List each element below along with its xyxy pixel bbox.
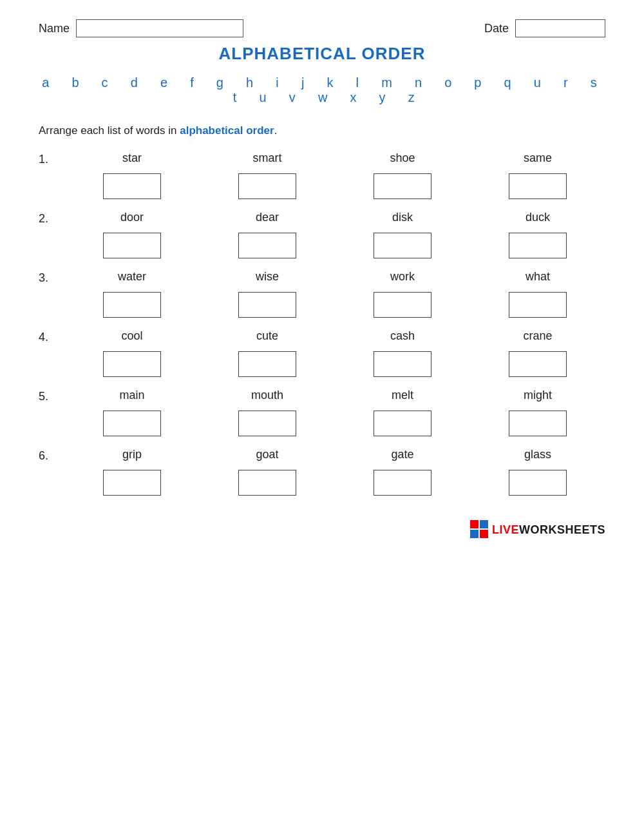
word-col: smart bbox=[200, 151, 335, 199]
word-col: wise bbox=[200, 270, 335, 318]
word-col: door bbox=[64, 211, 200, 258]
words-group: coolcutecashcrane bbox=[64, 329, 605, 377]
answer-input[interactable] bbox=[103, 351, 161, 377]
word-text: door bbox=[120, 211, 144, 229]
alphabet-row: a b c d e f g h i j k l m n o p q u r s … bbox=[39, 75, 605, 105]
word-text: same bbox=[524, 151, 552, 169]
word-text: wise bbox=[256, 270, 279, 288]
exercise-item: 2.doordeardiskduck bbox=[39, 211, 605, 258]
word-text: cool bbox=[121, 329, 142, 347]
word-text: crane bbox=[523, 329, 552, 347]
answer-input[interactable] bbox=[374, 411, 431, 436]
answer-input[interactable] bbox=[374, 173, 431, 199]
word-col: glass bbox=[470, 448, 605, 496]
logo-text: LIVEWORKSHEETS bbox=[492, 523, 605, 537]
answer-input[interactable] bbox=[238, 351, 296, 377]
word-text: melt bbox=[392, 389, 413, 407]
svg-rect-0 bbox=[470, 520, 478, 528]
instruction-end: . bbox=[274, 124, 278, 137]
answer-input[interactable] bbox=[103, 173, 161, 199]
answer-input[interactable] bbox=[103, 233, 161, 258]
word-text: duck bbox=[526, 211, 550, 229]
answer-input[interactable] bbox=[103, 411, 161, 436]
word-text: glass bbox=[524, 448, 551, 466]
header-row: Name Date bbox=[39, 19, 605, 37]
logo-squares bbox=[470, 520, 489, 539]
instruction-plain: Arrange each list of words in bbox=[39, 124, 180, 137]
answer-input[interactable] bbox=[509, 411, 567, 436]
answer-input[interactable] bbox=[238, 233, 296, 258]
answer-input[interactable] bbox=[238, 292, 296, 318]
word-col: cash bbox=[335, 329, 470, 377]
logo-live-text: LIVE bbox=[492, 523, 519, 536]
exercise-item: 6.gripgoatgateglass bbox=[39, 448, 605, 496]
exercise-item: 1.starsmartshoesame bbox=[39, 151, 605, 199]
word-text: main bbox=[119, 389, 144, 407]
footer: LIVEWORKSHEETS bbox=[39, 520, 605, 539]
word-col: star bbox=[64, 151, 200, 199]
word-text: cute bbox=[256, 329, 278, 347]
answer-input[interactable] bbox=[238, 411, 296, 436]
answer-input[interactable] bbox=[509, 470, 567, 496]
logo-icon bbox=[470, 520, 489, 539]
word-text: shoe bbox=[390, 151, 415, 169]
word-text: gate bbox=[391, 448, 413, 466]
answer-input[interactable] bbox=[509, 173, 567, 199]
word-col: melt bbox=[335, 389, 470, 436]
date-input[interactable] bbox=[515, 19, 605, 37]
word-text: mouth bbox=[251, 389, 283, 407]
svg-rect-2 bbox=[470, 530, 478, 538]
answer-input[interactable] bbox=[103, 292, 161, 318]
words-group: waterwiseworkwhat bbox=[64, 270, 605, 318]
instruction-highlight: alphabetical order bbox=[180, 124, 274, 137]
item-number: 1. bbox=[39, 151, 64, 166]
answer-input[interactable] bbox=[374, 233, 431, 258]
answer-input[interactable] bbox=[374, 351, 431, 377]
word-text: dear bbox=[256, 211, 279, 229]
word-col: goat bbox=[200, 448, 335, 496]
answer-input[interactable] bbox=[103, 470, 161, 496]
instruction: Arrange each list of words in alphabetic… bbox=[39, 124, 605, 137]
item-number: 3. bbox=[39, 270, 64, 285]
word-col: same bbox=[470, 151, 605, 199]
answer-input[interactable] bbox=[238, 470, 296, 496]
words-group: starsmartshoesame bbox=[64, 151, 605, 199]
word-col: work bbox=[335, 270, 470, 318]
exercise-item: 5.mainmouthmeltmight bbox=[39, 389, 605, 436]
svg-rect-3 bbox=[480, 530, 488, 538]
word-col: main bbox=[64, 389, 200, 436]
word-col: disk bbox=[335, 211, 470, 258]
word-col: duck bbox=[470, 211, 605, 258]
word-col: might bbox=[470, 389, 605, 436]
word-text: what bbox=[526, 270, 550, 288]
word-col: cool bbox=[64, 329, 200, 377]
word-text: grip bbox=[122, 448, 142, 466]
word-col: dear bbox=[200, 211, 335, 258]
words-group: gripgoatgateglass bbox=[64, 448, 605, 496]
word-col: mouth bbox=[200, 389, 335, 436]
svg-rect-1 bbox=[480, 520, 488, 528]
word-col: grip bbox=[64, 448, 200, 496]
answer-input[interactable] bbox=[374, 292, 431, 318]
word-text: cash bbox=[390, 329, 415, 347]
item-number: 6. bbox=[39, 448, 64, 463]
name-label: Name bbox=[39, 22, 70, 35]
exercise-item: 4.coolcutecashcrane bbox=[39, 329, 605, 377]
word-col: gate bbox=[335, 448, 470, 496]
answer-input[interactable] bbox=[509, 233, 567, 258]
answer-input[interactable] bbox=[238, 173, 296, 199]
word-text: disk bbox=[392, 211, 413, 229]
answer-input[interactable] bbox=[509, 292, 567, 318]
word-col: what bbox=[470, 270, 605, 318]
word-text: star bbox=[122, 151, 142, 169]
name-input[interactable] bbox=[76, 19, 243, 37]
word-text: water bbox=[118, 270, 146, 288]
word-col: water bbox=[64, 270, 200, 318]
word-text: work bbox=[390, 270, 415, 288]
word-text: might bbox=[524, 389, 552, 407]
word-text: goat bbox=[256, 448, 278, 466]
answer-input[interactable] bbox=[374, 470, 431, 496]
answer-input[interactable] bbox=[509, 351, 567, 377]
item-number: 2. bbox=[39, 211, 64, 226]
exercise-item: 3.waterwiseworkwhat bbox=[39, 270, 605, 318]
